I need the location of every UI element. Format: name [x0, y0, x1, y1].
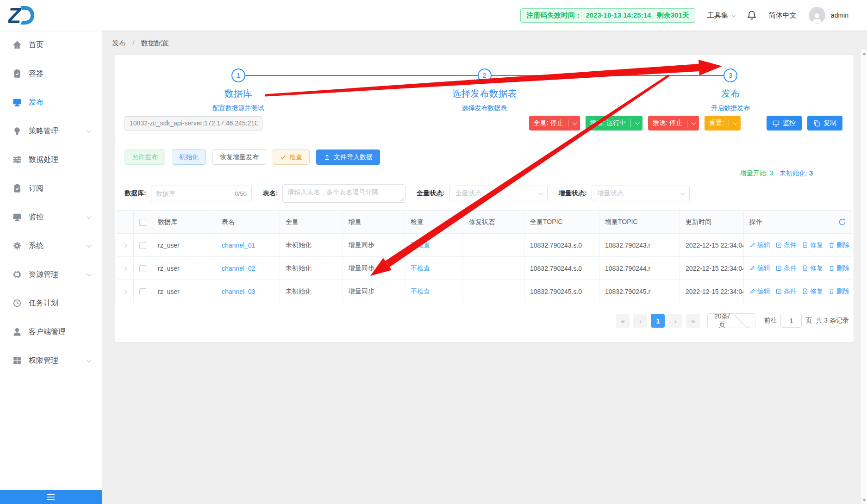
expand-header — [117, 211, 134, 234]
sidebar-item-data-processing[interactable]: 数据处理 — [0, 145, 102, 174]
hamburger-icon — [47, 494, 55, 500]
monitor-button[interactable]: 监控 — [767, 116, 802, 131]
chevron-down-icon — [87, 128, 91, 133]
table-name-link[interactable]: channel_01 — [222, 242, 255, 249]
row-checkbox[interactable] — [139, 242, 146, 249]
breadcrumb-page: 数据配置 — [141, 39, 169, 47]
home-icon — [13, 41, 21, 49]
cell-check-status[interactable]: 不检查 — [411, 241, 430, 249]
delete-action[interactable]: 删除 — [829, 264, 849, 273]
initialize-button[interactable]: 初始化 — [172, 149, 206, 165]
cell-full-status: 未初始化 — [280, 234, 343, 257]
sidebar-item-client-management[interactable]: 客户端管理 — [0, 317, 102, 346]
reset-button[interactable]: 重置: — [705, 116, 741, 131]
chevron-down-icon — [635, 120, 640, 125]
cell-check-status[interactable]: 不检查 — [411, 287, 430, 295]
cell-repair-status — [463, 280, 524, 303]
col-name: 表名 — [216, 211, 280, 234]
condition-action[interactable]: 条件 — [776, 241, 797, 249]
page-scrollbar[interactable] — [861, 50, 867, 504]
language-switch[interactable]: 简体中文 — [769, 11, 797, 20]
incr-sync-status-button[interactable]: 增量: 运行中 — [586, 116, 643, 131]
main-content: 发布 / 数据配置 1 数据库 配置数据源并测试 2 选择发布数据表 选择发布数… — [102, 31, 861, 504]
sidebar-item-resources[interactable]: 资源管理 — [0, 260, 102, 289]
edit-action[interactable]: 编辑 — [749, 287, 770, 296]
sidebar-item-subscribe[interactable]: 订阅 — [0, 174, 102, 203]
sidebar: 首页 容器 发布 策略管理 数据处理 订阅 监控 — [0, 31, 102, 504]
edit-action[interactable]: 编辑 — [749, 241, 770, 249]
incr-status-select[interactable]: 增量状态 — [592, 186, 690, 201]
cell-full-topic: 10832.790243.s.0 — [524, 234, 599, 257]
table-filter-textarea[interactable] — [283, 185, 405, 202]
cell-incr-status: 增量同步 — [343, 257, 405, 280]
chevron-down-icon — [692, 120, 696, 125]
sync-stats: 增量开始: 3 未初始化:3 — [115, 169, 854, 178]
check-button[interactable]: 检查 — [273, 149, 310, 165]
repair-action[interactable]: 修复 — [802, 241, 823, 249]
condition-action[interactable]: 条件 — [776, 264, 797, 273]
toolset-menu[interactable]: 工具集 — [707, 11, 735, 20]
row-expand-icon[interactable] — [122, 266, 127, 271]
chevron-down-icon — [87, 214, 91, 219]
uninitialized-stat: 未初始化:3 — [780, 169, 813, 178]
step-title: 数据库 — [115, 87, 362, 100]
sidebar-item-container[interactable]: 容器 — [0, 59, 102, 88]
sidebar-item-label: 发布 — [29, 98, 44, 107]
scroll-down-icon[interactable] — [862, 499, 866, 502]
table-name-link[interactable]: channel_03 — [222, 288, 255, 295]
next-page-button[interactable]: › — [668, 314, 682, 328]
page-size-select[interactable]: 20条/页 — [707, 313, 755, 328]
edit-action[interactable]: 编辑 — [749, 264, 770, 273]
username[interactable]: admin — [831, 12, 848, 19]
page-1-button[interactable]: 1 — [651, 314, 665, 328]
repair-action[interactable]: 修复 — [802, 287, 823, 296]
file-import-button[interactable]: 文件导入数据 — [316, 149, 380, 165]
chevron-down-icon — [538, 191, 543, 195]
condition-action[interactable]: 条件 — [776, 287, 797, 296]
table-name-link[interactable]: channel_02 — [222, 265, 255, 272]
full-status-select[interactable]: 全量状态 — [449, 186, 548, 201]
row-checkbox[interactable] — [139, 265, 146, 272]
sidebar-item-task-schedule[interactable]: 任务计划 — [0, 289, 102, 317]
delete-action[interactable]: 删除 — [829, 287, 849, 296]
sidebar-item-permissions[interactable]: 权限管理 — [0, 346, 102, 375]
sidebar-item-system[interactable]: 系统 — [0, 231, 102, 260]
col-actions: 操作 — [744, 211, 852, 234]
full-sync-status-button[interactable]: 全量: 停止 — [529, 116, 580, 131]
select-all-checkbox[interactable] — [139, 219, 146, 226]
allow-publish-button[interactable]: 允许发布 — [125, 149, 165, 165]
refresh-button[interactable] — [838, 218, 846, 226]
sidebar-item-label: 容器 — [29, 69, 44, 79]
sidebar-item-strategy[interactable]: 策略管理 — [0, 117, 102, 145]
server-address-input[interactable] — [125, 116, 262, 131]
repair-action[interactable]: 修复 — [802, 264, 823, 273]
row-expand-icon[interactable] — [122, 243, 127, 248]
row-expand-icon[interactable] — [122, 289, 127, 294]
db-filter-input[interactable] — [156, 190, 232, 197]
step-number: 3 — [724, 68, 737, 82]
sidebar-item-home[interactable]: 首页 — [0, 31, 102, 59]
avatar[interactable] — [809, 7, 825, 24]
push-label: 推送: 停止 — [648, 119, 687, 127]
cell-check-status[interactable]: 不检查 — [411, 264, 430, 272]
goto-page-input[interactable] — [780, 314, 802, 328]
row-checkbox[interactable] — [139, 288, 146, 295]
delete-action[interactable]: 删除 — [829, 241, 849, 249]
app-logo[interactable]: Z — [8, 4, 39, 26]
sidebar-item-monitoring[interactable]: 监控 — [0, 203, 102, 231]
col-full-topic: 全量TOPIC — [524, 211, 599, 234]
copy-button[interactable]: 复制 — [807, 116, 842, 131]
sidebar-item-label: 数据处理 — [29, 155, 58, 165]
resume-incr-publish-button[interactable]: 恢复增量发布 — [212, 149, 266, 165]
scroll-up-icon[interactable] — [862, 52, 866, 55]
first-page-button[interactable]: « — [616, 314, 630, 328]
notifications-bell[interactable] — [747, 10, 757, 20]
prev-page-button[interactable]: ‹ — [633, 314, 647, 328]
sidebar-collapse-button[interactable] — [0, 490, 102, 504]
sidebar-item-publish[interactable]: 发布 — [0, 88, 102, 117]
breadcrumb-section[interactable]: 发布 — [112, 39, 126, 47]
goto-label: 前往 — [764, 317, 777, 325]
clock-icon — [13, 299, 21, 307]
last-page-button[interactable]: » — [686, 314, 700, 328]
push-status-button[interactable]: 推送: 停止 — [648, 116, 699, 131]
